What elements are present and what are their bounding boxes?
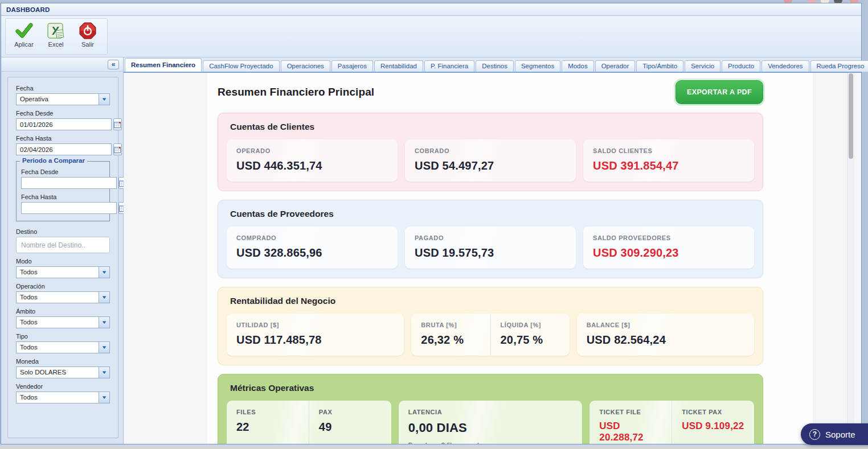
metric-value: USD 309.290,23 (593, 246, 744, 259)
metric-latencia: LATENCIA 0,00 DIAS Basado en 2 files cer… (399, 401, 583, 444)
salir-button[interactable]: Salir (72, 22, 104, 53)
metric-label: LATENCIA (408, 409, 573, 415)
section-title: Cuentas de Proveedores (230, 209, 754, 219)
vendedor-select[interactable]: Todos ▼ (16, 392, 110, 403)
tab-bar: Resumen Financiero CashFlow Proyectado O… (124, 57, 861, 72)
fecha-hasta-input[interactable] (16, 143, 112, 155)
fecha-field: Fecha Operativa ▼ (16, 85, 110, 105)
fecha-desde-label: Fecha Desde (16, 110, 110, 117)
soporte-label: Soporte (825, 430, 855, 439)
tab-servicio[interactable]: Servicio (685, 60, 720, 72)
periodo-hasta-input[interactable] (21, 202, 117, 214)
app-body: « Fecha Operativa ▼ Fecha Desde (1, 57, 861, 444)
tipo-select[interactable]: Todos ▼ (16, 341, 110, 353)
calendar-icon (114, 146, 121, 153)
chevron-down-icon: ▼ (101, 345, 107, 350)
tab-segmentos[interactable]: Segmentos (515, 60, 560, 72)
toolbar-group: Aplicar X (5, 18, 108, 55)
vertical-scrollbar[interactable] (847, 73, 854, 444)
modo-field: Modo Todos ▼ (16, 258, 110, 278)
excel-icon: X (47, 22, 65, 40)
tab-cashflow-proyectado[interactable]: CashFlow Proyectado (203, 60, 280, 72)
metric-operado: OPERADO USD 446.351,74 (227, 139, 398, 182)
check-icon (15, 22, 33, 40)
screen: DASHBOARD Aplicar (0, 0, 868, 449)
fecha-desde-field: Fecha Desde (16, 110, 110, 130)
main-pane: Resumen Financiero CashFlow Proyectado O… (124, 57, 861, 444)
metric-label: UTILIDAD [$] (236, 322, 394, 328)
dropdown-button[interactable]: ▼ (99, 367, 109, 378)
aplicar-button[interactable]: Aplicar (8, 22, 40, 53)
metric-ticket-pax: TICKET PAX USD 9.109,22 (672, 401, 754, 444)
vendedor-field: Vendedor Todos ▼ (16, 383, 110, 403)
dropdown-button[interactable]: ▼ (99, 392, 109, 403)
metric-label: PAGADO (415, 234, 566, 241)
modo-label: Modo (16, 258, 110, 265)
modo-select[interactable]: Todos ▼ (16, 266, 110, 278)
window-title: DASHBOARD (6, 6, 50, 13)
dropdown-button[interactable]: ▼ (99, 317, 109, 328)
calendar-icon (114, 121, 121, 128)
metric-label: BALANCE [$] (587, 322, 744, 328)
calendar-button[interactable] (113, 118, 122, 130)
operacion-label: Operación (16, 283, 110, 290)
periodo-hasta-label: Fecha Hasta (21, 193, 105, 200)
tab-destinos[interactable]: Destinos (476, 60, 514, 72)
calendar-button[interactable] (113, 143, 122, 155)
operacion-value: Todos (17, 292, 99, 303)
export-pdf-button[interactable]: EXPORTAR A PDF (675, 80, 763, 104)
metric-label: COBRADO (415, 147, 566, 154)
soporte-button[interactable]: ? Soporte (801, 423, 868, 445)
modo-value: Todos (17, 267, 99, 278)
metric-label: PAX (319, 409, 382, 415)
metric-saldo-clientes: SALDO CLIENTES USD 391.854,47 (583, 139, 754, 182)
metric-label: SALDO PROVEEDORES (593, 234, 744, 241)
ambito-label: Ámbito (16, 308, 110, 315)
metric-label: SALDO CLIENTES (593, 147, 744, 154)
tab-rentabilidad[interactable]: Rentabilidad (374, 60, 423, 72)
dropdown-button[interactable]: ▼ (99, 267, 109, 278)
tab-producto[interactable]: Producto (722, 60, 760, 72)
periodo-comparar-group: Periodo a Comparar Fecha Desde (16, 161, 110, 221)
toolbar: Aplicar X (1, 16, 861, 57)
moneda-label: Moneda (16, 358, 110, 365)
metric-liquida: LÍQUIDA [%] 20,75 % (490, 314, 570, 356)
tab-rueda-progreso[interactable]: Rueda Progreso (810, 60, 868, 72)
ambito-value: Todos (17, 317, 99, 328)
tab-modos[interactable]: Modos (562, 60, 594, 72)
page-title: Resumen Financiero Principal (218, 86, 374, 98)
tab-pasajeros[interactable]: Pasajeros (331, 60, 373, 72)
excel-button[interactable]: X Excel (40, 22, 72, 53)
periodo-desde-input[interactable] (21, 177, 117, 189)
dashboard-window: DASHBOARD Aplicar (1, 3, 862, 444)
destino-input[interactable] (16, 237, 110, 253)
tab-p-financiera[interactable]: P. Financiera (424, 60, 474, 72)
scrollbar-thumb[interactable] (849, 73, 853, 159)
metric-value: 26,32 % (421, 333, 480, 347)
chevron-down-icon: ▼ (101, 295, 107, 300)
tab-operador[interactable]: Operador (595, 60, 636, 72)
operacion-select[interactable]: Todos ▼ (16, 291, 110, 303)
metric-pax: PAX 49 (309, 401, 391, 444)
operacion-field: Operación Todos ▼ (16, 283, 110, 303)
tab-resumen-financiero[interactable]: Resumen Financiero (125, 58, 202, 72)
dropdown-button[interactable]: ▼ (99, 94, 109, 105)
tab-vendedores[interactable]: Vendedores (761, 60, 809, 72)
dropdown-button[interactable]: ▼ (99, 342, 109, 353)
tab-tipo-ambito[interactable]: Tipo/Ámbito (636, 60, 683, 72)
metric-value: USD 54.497,27 (415, 159, 566, 172)
ambito-select[interactable]: Todos ▼ (16, 316, 110, 328)
dropdown-button[interactable]: ▼ (99, 292, 109, 303)
fecha-value: Operativa (17, 94, 99, 105)
periodo-comparar-title: Periodo a Comparar (20, 157, 87, 164)
tab-operaciones[interactable]: Operaciones (281, 60, 330, 72)
metric-pagado: PAGADO USD 19.575,73 (405, 226, 576, 269)
moneda-select[interactable]: Solo DOLARES ▼ (16, 366, 110, 378)
metric-value: 0,00 DIAS (408, 421, 573, 435)
chevron-down-icon: ▼ (101, 97, 107, 102)
salir-label: Salir (81, 41, 94, 48)
fecha-desde-input[interactable] (16, 118, 112, 130)
filter-panel: Fecha Operativa ▼ Fecha Desde (7, 77, 118, 438)
fecha-select[interactable]: Operativa ▼ (16, 93, 110, 105)
collapse-sidebar-button[interactable]: « (108, 60, 119, 69)
